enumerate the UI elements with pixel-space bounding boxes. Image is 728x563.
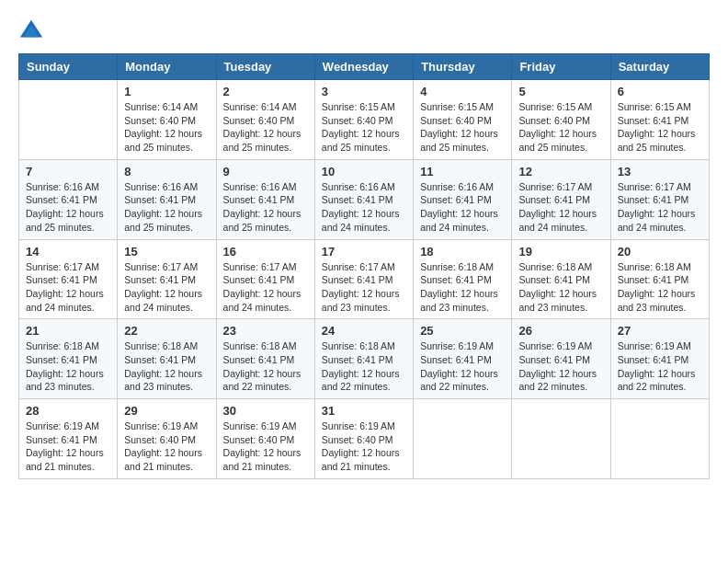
calendar-cell: 29Sunrise: 6:19 AM Sunset: 6:40 PM Dayli… — [118, 399, 216, 479]
calendar-week-row: 7Sunrise: 6:16 AM Sunset: 6:41 PM Daylig… — [19, 159, 710, 239]
day-number: 15 — [124, 245, 209, 259]
day-info: Sunrise: 6:16 AM Sunset: 6:41 PM Dayligh… — [124, 180, 209, 235]
day-info: Sunrise: 6:19 AM Sunset: 6:41 PM Dayligh… — [518, 339, 603, 394]
calendar-cell: 3Sunrise: 6:15 AM Sunset: 6:40 PM Daylig… — [314, 80, 413, 160]
calendar-cell: 28Sunrise: 6:19 AM Sunset: 6:41 PM Dayli… — [19, 399, 118, 479]
day-number: 2 — [223, 85, 308, 98]
day-info: Sunrise: 6:17 AM Sunset: 6:41 PM Dayligh… — [124, 260, 209, 315]
calendar-cell — [512, 399, 610, 479]
day-number: 13 — [618, 165, 702, 178]
calendar-cell: 24Sunrise: 6:18 AM Sunset: 6:41 PM Dayli… — [314, 319, 413, 399]
day-info: Sunrise: 6:18 AM Sunset: 6:41 PM Dayligh… — [420, 260, 505, 315]
calendar-cell: 22Sunrise: 6:18 AM Sunset: 6:41 PM Dayli… — [118, 319, 216, 399]
day-info: Sunrise: 6:19 AM Sunset: 6:41 PM Dayligh… — [618, 339, 702, 394]
day-info: Sunrise: 6:14 AM Sunset: 6:40 PM Dayligh… — [124, 100, 209, 155]
calendar-header-row: SundayMondayTuesdayWednesdayThursdayFrid… — [19, 54, 710, 80]
day-number: 6 — [618, 85, 702, 98]
calendar-cell: 5Sunrise: 6:15 AM Sunset: 6:40 PM Daylig… — [512, 80, 610, 160]
calendar-week-row: 1Sunrise: 6:14 AM Sunset: 6:40 PM Daylig… — [19, 80, 710, 160]
calendar-cell — [414, 399, 512, 479]
day-number: 30 — [223, 404, 308, 418]
day-info: Sunrise: 6:18 AM Sunset: 6:41 PM Dayligh… — [518, 260, 603, 315]
calendar-cell: 18Sunrise: 6:18 AM Sunset: 6:41 PM Dayli… — [414, 239, 512, 319]
page-header — [18, 18, 710, 44]
calendar-header-friday: Friday — [512, 54, 610, 80]
calendar-cell: 14Sunrise: 6:17 AM Sunset: 6:41 PM Dayli… — [19, 239, 118, 319]
day-number: 14 — [26, 245, 110, 259]
day-number: 9 — [223, 165, 308, 178]
day-info: Sunrise: 6:18 AM Sunset: 6:41 PM Dayligh… — [322, 339, 406, 394]
day-info: Sunrise: 6:19 AM Sunset: 6:40 PM Dayligh… — [223, 419, 308, 474]
logo-icon — [18, 18, 44, 44]
calendar-cell: 6Sunrise: 6:15 AM Sunset: 6:41 PM Daylig… — [610, 80, 709, 160]
day-info: Sunrise: 6:18 AM Sunset: 6:41 PM Dayligh… — [124, 339, 209, 394]
day-number: 31 — [322, 404, 406, 418]
calendar-header-thursday: Thursday — [414, 54, 512, 80]
day-info: Sunrise: 6:18 AM Sunset: 6:41 PM Dayligh… — [618, 260, 702, 315]
day-number: 18 — [420, 245, 505, 259]
day-number: 12 — [518, 165, 603, 178]
calendar-week-row: 21Sunrise: 6:18 AM Sunset: 6:41 PM Dayli… — [19, 319, 710, 399]
day-number: 24 — [322, 324, 406, 338]
logo — [18, 18, 48, 44]
day-number: 3 — [322, 85, 406, 98]
calendar-cell: 27Sunrise: 6:19 AM Sunset: 6:41 PM Dayli… — [610, 319, 709, 399]
day-number: 5 — [518, 85, 603, 98]
calendar-cell: 12Sunrise: 6:17 AM Sunset: 6:41 PM Dayli… — [512, 159, 610, 239]
calendar-week-row: 14Sunrise: 6:17 AM Sunset: 6:41 PM Dayli… — [19, 239, 710, 319]
day-number: 25 — [420, 324, 505, 338]
day-info: Sunrise: 6:17 AM Sunset: 6:41 PM Dayligh… — [223, 260, 308, 315]
day-number: 20 — [618, 245, 702, 259]
day-info: Sunrise: 6:15 AM Sunset: 6:40 PM Dayligh… — [322, 100, 406, 155]
day-info: Sunrise: 6:16 AM Sunset: 6:41 PM Dayligh… — [322, 180, 406, 235]
day-number: 27 — [618, 324, 702, 338]
day-number: 23 — [223, 324, 308, 338]
day-number: 4 — [420, 85, 505, 98]
day-number: 10 — [322, 165, 406, 178]
calendar-cell: 4Sunrise: 6:15 AM Sunset: 6:40 PM Daylig… — [414, 80, 512, 160]
calendar-cell: 9Sunrise: 6:16 AM Sunset: 6:41 PM Daylig… — [216, 159, 314, 239]
day-number: 17 — [322, 245, 406, 259]
day-number: 19 — [518, 245, 603, 259]
calendar-header-wednesday: Wednesday — [314, 54, 413, 80]
day-number: 28 — [26, 404, 110, 418]
calendar-week-row: 28Sunrise: 6:19 AM Sunset: 6:41 PM Dayli… — [19, 399, 710, 479]
calendar-cell: 10Sunrise: 6:16 AM Sunset: 6:41 PM Dayli… — [314, 159, 413, 239]
calendar-cell: 23Sunrise: 6:18 AM Sunset: 6:41 PM Dayli… — [216, 319, 314, 399]
calendar-header-saturday: Saturday — [610, 54, 709, 80]
day-number: 8 — [124, 165, 209, 178]
day-info: Sunrise: 6:16 AM Sunset: 6:41 PM Dayligh… — [223, 180, 308, 235]
day-number: 1 — [124, 85, 209, 98]
calendar-cell: 15Sunrise: 6:17 AM Sunset: 6:41 PM Dayli… — [118, 239, 216, 319]
calendar-cell: 1Sunrise: 6:14 AM Sunset: 6:40 PM Daylig… — [118, 80, 216, 160]
day-info: Sunrise: 6:15 AM Sunset: 6:40 PM Dayligh… — [420, 100, 505, 155]
calendar-cell: 16Sunrise: 6:17 AM Sunset: 6:41 PM Dayli… — [216, 239, 314, 319]
day-info: Sunrise: 6:19 AM Sunset: 6:41 PM Dayligh… — [420, 339, 505, 394]
calendar-cell: 25Sunrise: 6:19 AM Sunset: 6:41 PM Dayli… — [414, 319, 512, 399]
calendar-table: SundayMondayTuesdayWednesdayThursdayFrid… — [18, 53, 710, 479]
calendar-cell: 17Sunrise: 6:17 AM Sunset: 6:41 PM Dayli… — [314, 239, 413, 319]
day-number: 22 — [124, 324, 209, 338]
calendar-cell: 20Sunrise: 6:18 AM Sunset: 6:41 PM Dayli… — [610, 239, 709, 319]
calendar-cell: 26Sunrise: 6:19 AM Sunset: 6:41 PM Dayli… — [512, 319, 610, 399]
day-number: 16 — [223, 245, 308, 259]
calendar-header-tuesday: Tuesday — [216, 54, 314, 80]
calendar-cell: 7Sunrise: 6:16 AM Sunset: 6:41 PM Daylig… — [19, 159, 118, 239]
calendar-cell — [610, 399, 709, 479]
day-number: 21 — [26, 324, 110, 338]
calendar-cell: 19Sunrise: 6:18 AM Sunset: 6:41 PM Dayli… — [512, 239, 610, 319]
calendar-cell — [19, 80, 118, 160]
day-number: 7 — [26, 165, 110, 178]
day-info: Sunrise: 6:16 AM Sunset: 6:41 PM Dayligh… — [420, 180, 505, 235]
day-info: Sunrise: 6:15 AM Sunset: 6:40 PM Dayligh… — [518, 100, 603, 155]
day-info: Sunrise: 6:17 AM Sunset: 6:41 PM Dayligh… — [618, 180, 702, 235]
day-info: Sunrise: 6:14 AM Sunset: 6:40 PM Dayligh… — [223, 100, 308, 155]
day-info: Sunrise: 6:17 AM Sunset: 6:41 PM Dayligh… — [26, 260, 110, 315]
day-info: Sunrise: 6:19 AM Sunset: 6:40 PM Dayligh… — [124, 419, 209, 474]
day-info: Sunrise: 6:18 AM Sunset: 6:41 PM Dayligh… — [26, 339, 110, 394]
calendar-header-monday: Monday — [118, 54, 216, 80]
day-info: Sunrise: 6:15 AM Sunset: 6:41 PM Dayligh… — [618, 100, 702, 155]
calendar-cell: 2Sunrise: 6:14 AM Sunset: 6:40 PM Daylig… — [216, 80, 314, 160]
calendar-cell: 31Sunrise: 6:19 AM Sunset: 6:40 PM Dayli… — [314, 399, 413, 479]
day-info: Sunrise: 6:16 AM Sunset: 6:41 PM Dayligh… — [26, 180, 110, 235]
